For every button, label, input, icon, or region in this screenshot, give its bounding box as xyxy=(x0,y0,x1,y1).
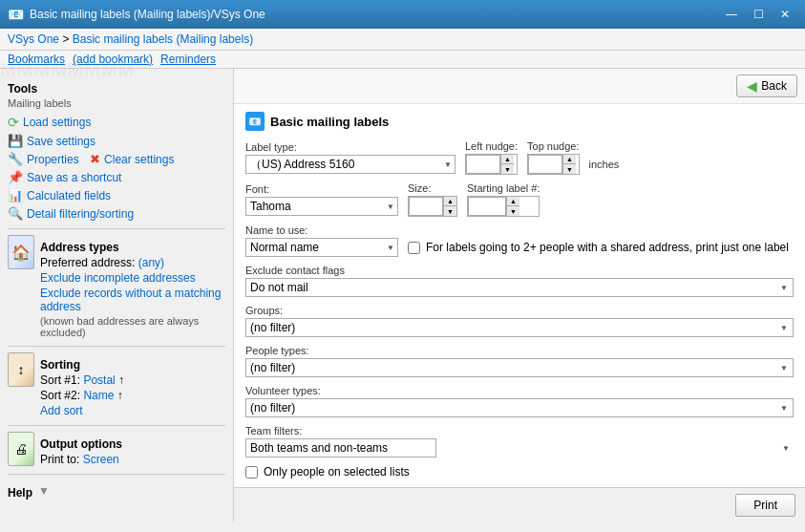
divider-1 xyxy=(8,228,225,229)
output-icon: 🖨 xyxy=(8,432,34,466)
starting-label-input[interactable]: 1 xyxy=(468,197,506,216)
sort2-value[interactable]: Name xyxy=(83,389,114,402)
groups-group: Groups: (no filter) xyxy=(245,305,794,337)
calculated-fields-label[interactable]: Calculated fields xyxy=(27,189,111,202)
volunteer-types-select[interactable]: (no filter) xyxy=(245,398,794,417)
calculated-fields-icon: 📊 xyxy=(8,188,23,202)
back-icon: ◀ xyxy=(747,78,757,94)
top-nudge-down[interactable]: ▼ xyxy=(562,164,576,174)
people-types-label: People types: xyxy=(245,345,794,356)
divider-2 xyxy=(8,346,225,347)
team-filters-label: Team filters: xyxy=(245,425,794,436)
minimize-button[interactable]: — xyxy=(719,5,744,24)
top-nudge-group: Top nudge: 0 ▲ ▼ xyxy=(527,140,579,175)
bottom-bar: Print xyxy=(234,487,805,522)
clear-settings-label[interactable]: Clear settings xyxy=(104,153,174,166)
breadcrumb-current[interactable]: Basic mailing labels (Mailing labels) xyxy=(73,32,253,46)
content-header: ◀ Back xyxy=(234,69,805,104)
detail-filter-icon: 🔍 xyxy=(8,206,23,221)
sort1-row: Sort #1: Postal ↑ xyxy=(40,373,124,387)
title-bar-left: 📧 Basic mailing labels (Mailing labels)/… xyxy=(8,7,265,22)
properties-label[interactable]: Properties xyxy=(27,153,79,166)
name-to-use-select[interactable]: Normal name xyxy=(245,238,398,257)
left-nudge-label: Left nudge: xyxy=(465,140,518,152)
size-up[interactable]: ▲ xyxy=(443,197,456,206)
left-nudge-group: Left nudge: 0 ▲ ▼ xyxy=(465,140,518,175)
top-nudge-input[interactable]: 0 xyxy=(528,155,562,174)
breadcrumb: VSys One > Basic mailing labels (Mailing… xyxy=(0,29,805,51)
starting-label-down[interactable]: ▼ xyxy=(506,206,519,216)
sort1-asc-icon: ↑ xyxy=(118,373,124,387)
properties-icon: 🔧 xyxy=(8,152,23,166)
save-shortcut-label[interactable]: Save as a shortcut xyxy=(27,171,121,184)
maximize-button[interactable]: ☐ xyxy=(746,5,771,24)
exclude-flags-select[interactable]: Do not mail xyxy=(245,278,794,297)
exclude-note: (known bad addresses are always excluded… xyxy=(40,315,199,338)
left-nudge-input[interactable]: 0 xyxy=(466,155,500,174)
exclude-incomplete-label[interactable]: Exclude incomplete addresses xyxy=(40,271,196,285)
preferred-address-value[interactable]: (any) xyxy=(138,256,164,269)
load-settings-label[interactable]: Load settings xyxy=(23,116,91,129)
label-type-group: Label type: （US) Address 5160 xyxy=(245,141,455,174)
add-sort-row[interactable]: Add sort xyxy=(40,404,124,417)
top-nudge-up[interactable]: ▲ xyxy=(562,155,576,164)
only-selected-lists-checkbox[interactable] xyxy=(245,466,258,479)
exclude-no-match-label[interactable]: Exclude records without a matching addre… xyxy=(40,287,221,313)
people-types-select-wrapper: (no filter) xyxy=(245,358,794,377)
detail-filter-label[interactable]: Detail filtering/sorting xyxy=(27,207,134,221)
shared-address-checkbox[interactable] xyxy=(408,242,420,254)
back-button[interactable]: ◀ Back xyxy=(736,74,797,97)
save-settings-label[interactable]: Save settings xyxy=(27,135,95,148)
size-spinner: 9 ▲ ▼ xyxy=(408,196,457,217)
groups-select[interactable]: (no filter) xyxy=(245,318,794,337)
people-types-select[interactable]: (no filter) xyxy=(245,358,794,377)
left-nudge-spinner: 0 ▲ ▼ xyxy=(465,154,518,175)
sidebar-item-calculated-fields[interactable]: 📊 Calculated fields xyxy=(8,186,225,204)
size-group: Size: 9 ▲ ▼ xyxy=(408,182,457,217)
close-button[interactable]: ✕ xyxy=(773,5,797,24)
top-nudge-btns: ▲ ▼ xyxy=(562,155,576,174)
left-nudge-btns: ▲ ▼ xyxy=(500,155,514,174)
size-down[interactable]: ▼ xyxy=(443,206,456,216)
sort2-asc-icon: ↑ xyxy=(117,389,123,402)
print-label: Print xyxy=(753,499,777,512)
sidebar-item-load-settings[interactable]: ⟳ Load settings xyxy=(8,113,225,132)
sort1-value[interactable]: Postal xyxy=(83,373,115,387)
sidebar-item-save-shortcut[interactable]: 📌 Save as a shortcut xyxy=(8,168,225,186)
exclude-no-match-row[interactable]: Exclude records without a matching addre… xyxy=(40,287,225,313)
font-label: Font: xyxy=(245,183,398,195)
left-nudge-up[interactable]: ▲ xyxy=(500,155,514,164)
divider-3 xyxy=(8,425,225,426)
address-types-title: Address types xyxy=(40,241,225,254)
title-bar-controls: — ☐ ✕ xyxy=(719,5,797,24)
content-area: ◀ Back 📧 Basic mailing labels Label type… xyxy=(234,69,805,522)
people-types-group: People types: (no filter) xyxy=(245,345,794,377)
help-section: Help ▼ xyxy=(8,480,225,501)
sidebar-item-save-settings[interactable]: 💾 Save settings xyxy=(8,132,225,150)
left-nudge-down[interactable]: ▼ xyxy=(500,164,514,174)
exclude-incomplete-row[interactable]: Exclude incomplete addresses xyxy=(40,271,225,285)
name-to-use-group: Name to use: Normal name xyxy=(245,224,398,257)
app-icon: 📧 xyxy=(8,7,24,22)
tools-section-title: Tools xyxy=(8,82,225,96)
font-select[interactable]: Tahoma xyxy=(245,197,398,216)
label-type-select-wrapper: （US) Address 5160 xyxy=(245,155,455,174)
print-button[interactable]: Print xyxy=(735,494,795,517)
main-panel: 📧 Basic mailing labels Label type: （US) … xyxy=(234,104,805,522)
help-title: Help xyxy=(8,486,32,500)
add-sort-label[interactable]: Add sort xyxy=(40,404,83,417)
save-shortcut-icon: 📌 xyxy=(8,170,23,184)
team-filters-select[interactable]: Both teams and non-teams xyxy=(245,438,436,458)
size-label: Size: xyxy=(408,182,457,194)
main-layout: MMMMMMMM Tools Mailing labels ⟳ Load set… xyxy=(0,69,805,522)
sidebar-item-detail-filter[interactable]: 🔍 Detail filtering/sorting xyxy=(8,204,225,223)
breadcrumb-root[interactable]: VSys One xyxy=(8,32,59,46)
panel-title-icon: 📧 xyxy=(245,112,265,131)
starting-label-up[interactable]: ▲ xyxy=(506,197,519,206)
size-input[interactable]: 9 xyxy=(409,197,443,216)
top-nudge-label: Top nudge: xyxy=(527,140,579,152)
sort1-label: Sort #1: xyxy=(40,373,80,387)
label-type-select[interactable]: （US) Address 5160 xyxy=(245,155,455,174)
print-to-value[interactable]: Screen xyxy=(83,453,119,466)
sidebar-item-properties[interactable]: 🔧 Properties ✖ Clear settings xyxy=(8,150,225,168)
